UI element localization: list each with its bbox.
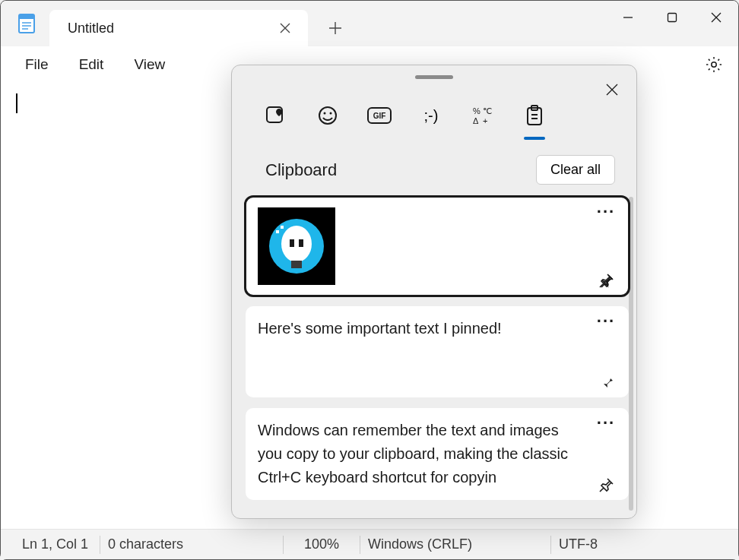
svg-rect-26	[290, 239, 294, 247]
svg-point-24	[281, 226, 312, 262]
svg-rect-28	[281, 226, 284, 229]
clipboard-item[interactable]: ···	[246, 197, 629, 296]
svg-rect-29	[276, 230, 279, 233]
scrollbar[interactable]	[629, 197, 633, 511]
svg-point-11	[330, 112, 332, 115]
document-tab[interactable]: Untitled	[49, 10, 308, 46]
clipboard-text: Here's some important text I pinned!	[258, 317, 617, 387]
svg-text:GIF: GIF	[373, 112, 386, 120]
notepad-app-icon	[16, 13, 37, 34]
svg-point-9	[319, 107, 336, 124]
pin-icon-filled[interactable]	[598, 375, 614, 391]
panel-close-button[interactable]	[601, 79, 623, 100]
item-more-button[interactable]: ···	[597, 203, 615, 217]
svg-rect-1	[19, 14, 34, 19]
panel-header: Clipboard Clear all	[232, 137, 636, 194]
pin-icon[interactable]	[598, 273, 614, 289]
clipboard-image-thumbnail	[258, 207, 335, 285]
status-position[interactable]: Ln 1, Col 1	[1, 530, 100, 559]
tab-gif-icon[interactable]: GIF	[366, 102, 393, 129]
settings-button[interactable]	[699, 49, 729, 80]
svg-point-7	[712, 62, 716, 66]
svg-rect-6	[668, 14, 677, 22]
menu-file[interactable]: File	[10, 50, 64, 79]
status-chars: 0 characters	[100, 530, 283, 559]
text-cursor	[16, 93, 17, 113]
clear-all-button[interactable]: Clear all	[536, 155, 615, 185]
svg-point-10	[324, 112, 326, 115]
svg-rect-25	[291, 261, 302, 268]
panel-tab-row: GIF ;-) %℃Δ+	[232, 79, 636, 137]
menu-view[interactable]: View	[119, 50, 180, 79]
status-encoding[interactable]: UTF-8	[551, 530, 605, 559]
clipboard-item[interactable]: Here's some important text I pinned! ···	[246, 306, 629, 397]
tab-recent-icon[interactable]	[262, 102, 290, 129]
item-more-button[interactable]: ···	[597, 414, 615, 428]
panel-title: Clipboard	[265, 160, 337, 180]
title-bar: Untitled	[1, 1, 738, 46]
item-more-button[interactable]: ···	[597, 312, 615, 326]
tab-symbols-icon[interactable]: %℃Δ+	[469, 102, 496, 129]
pin-icon[interactable]	[598, 477, 614, 494]
clipboard-list: ··· Here's some important text I pinned!…	[232, 194, 636, 518]
status-zoom[interactable]: 100%	[284, 530, 360, 559]
status-bar: Ln 1, Col 1 0 characters 100% Windows (C…	[1, 529, 738, 559]
status-line-ending[interactable]: Windows (CRLF)	[360, 530, 550, 559]
tab-emoji-icon[interactable]	[314, 102, 341, 129]
tab-clipboard-icon[interactable]	[521, 102, 548, 129]
maximize-button[interactable]	[650, 1, 694, 34]
svg-text:+: +	[483, 116, 487, 125]
clipboard-panel: GIF ;-) %℃Δ+ Clipboard Clear all ···	[231, 65, 637, 519]
clipboard-text: Windows can remember the text and images…	[258, 419, 617, 489]
svg-text:%: %	[473, 106, 481, 115]
close-tab-button[interactable]	[274, 17, 296, 39]
tab-kaomoji-icon[interactable]: ;-)	[417, 102, 445, 129]
window-controls	[606, 1, 738, 34]
notepad-window: Untitled File Edit View Ln 1, Col 1 0 ch…	[0, 0, 739, 560]
minimize-button[interactable]	[606, 1, 650, 34]
clipboard-item[interactable]: Windows can remember the text and images…	[246, 408, 629, 500]
menu-edit[interactable]: Edit	[64, 50, 119, 79]
svg-text:Δ: Δ	[473, 116, 479, 125]
tab-title: Untitled	[68, 21, 274, 36]
svg-text:℃: ℃	[483, 106, 492, 115]
svg-rect-27	[299, 239, 303, 247]
close-window-button[interactable]	[694, 1, 738, 34]
new-tab-button[interactable]	[320, 13, 350, 43]
